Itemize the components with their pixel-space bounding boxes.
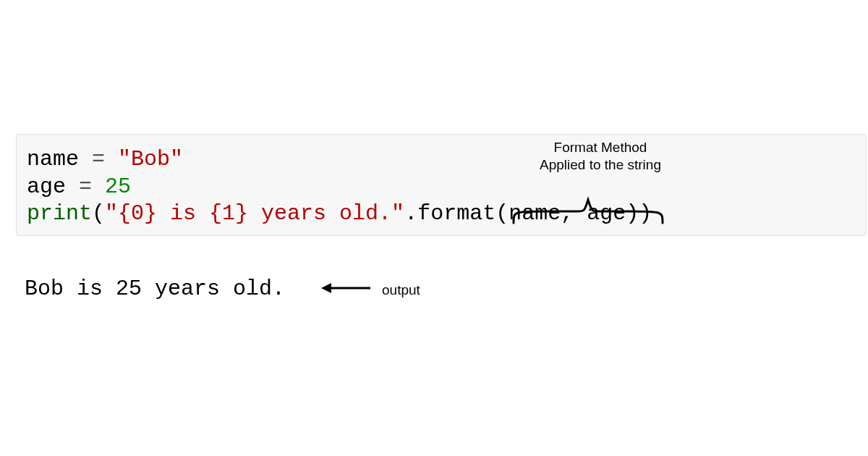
annotation-output-label: output — [382, 282, 420, 298]
code-token: 25 — [105, 174, 131, 199]
code-token: = — [79, 147, 118, 172]
code-token: print — [27, 201, 92, 226]
output-text: Bob is 25 years old. — [25, 276, 285, 301]
code-line-3: print("{0} is {1} years old.".format(nam… — [27, 200, 857, 228]
annotation-format-method: Format Method Applied to the string — [535, 139, 665, 174]
code-token: format — [417, 201, 495, 226]
code-token: " — [391, 201, 404, 226]
code-token: " — [105, 201, 118, 226]
code-token: " — [118, 147, 131, 172]
code-token: ( — [92, 201, 105, 226]
code-line-1: name = "Bob" — [27, 146, 857, 174]
svg-marker-1 — [321, 283, 331, 293]
code-token: = — [66, 174, 105, 199]
code-token: " — [170, 147, 183, 172]
code-token: age — [27, 174, 66, 199]
code-block: name = "Bob" age = 25 print("{0} is {1} … — [16, 134, 867, 236]
code-token: ( — [495, 201, 509, 226]
code-token: . — [404, 201, 417, 226]
brace-icon — [511, 195, 665, 224]
code-line-2: age = 25 — [27, 174, 857, 201]
code-token: {0} is {1} years old. — [118, 201, 391, 226]
arrow-left-icon — [321, 280, 372, 296]
code-token: name — [27, 147, 79, 172]
code-token: Bob — [131, 147, 170, 172]
